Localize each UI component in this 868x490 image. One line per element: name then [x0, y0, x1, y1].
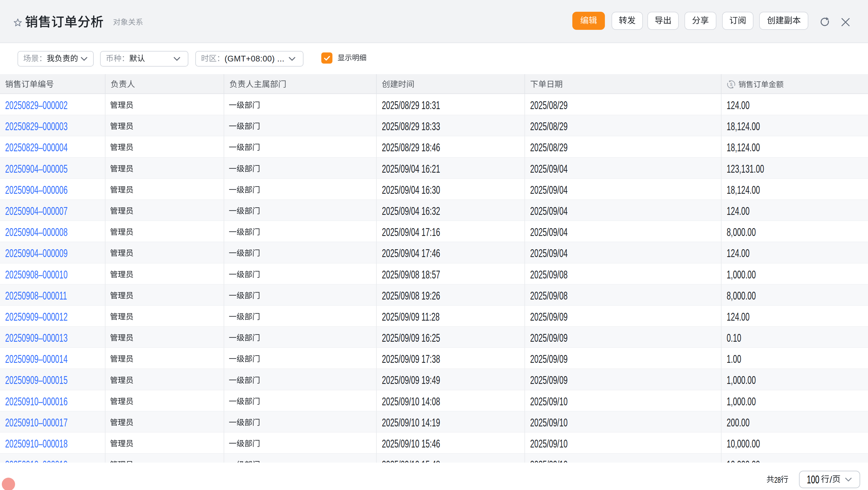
- svg-text:$: $: [730, 82, 733, 87]
